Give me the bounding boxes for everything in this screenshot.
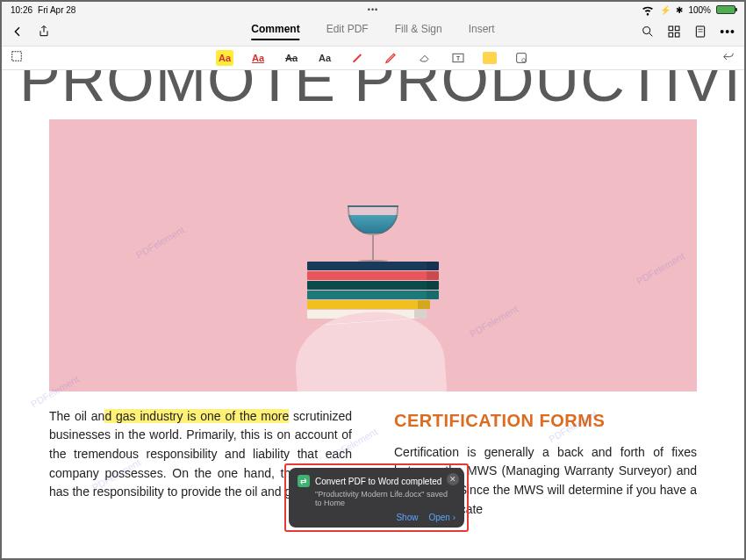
sock-illustration: [292, 307, 448, 391]
notification-title: Convert PDF to Word completed: [315, 477, 441, 486]
multitask-dots[interactable]: •••: [368, 5, 378, 14]
svg-point-10: [522, 59, 526, 62]
underline-tool[interactable]: Aa: [249, 50, 267, 66]
tab-edit-pdf[interactable]: Edit PDF: [326, 23, 369, 40]
undo-button[interactable]: [721, 49, 735, 67]
tab-insert[interactable]: Insert: [469, 23, 495, 40]
close-icon[interactable]: ✕: [447, 473, 459, 485]
svg-rect-3: [669, 32, 673, 37]
stamp-tool[interactable]: [513, 50, 530, 66]
svg-rect-9: [517, 54, 527, 63]
page-title: PROMOTE PRODUCTIVITY: [19, 70, 727, 107]
eraser-tool[interactable]: [416, 50, 434, 66]
open-button[interactable]: Open ›: [428, 513, 455, 522]
notification-subtitle: "Productivity Modern Life.docx" saved to…: [315, 490, 455, 507]
show-button[interactable]: Show: [396, 513, 418, 522]
bt-icon: ✱: [676, 5, 683, 15]
hero-image: [49, 119, 697, 391]
strikethrough-tool[interactable]: Aa: [283, 50, 300, 66]
wifi-icon: [641, 3, 655, 17]
highlight-tool[interactable]: Aa: [216, 50, 233, 66]
svg-rect-2: [676, 26, 680, 31]
tab-comment[interactable]: Comment: [251, 23, 299, 40]
svg-text:T: T: [456, 55, 460, 61]
notification-highlight: ✕ ⇄ Convert PDF to Word completed "Produ…: [284, 463, 469, 532]
more-button[interactable]: •••: [720, 25, 735, 39]
battery-pct: 100%: [688, 5, 711, 15]
svg-rect-6: [12, 52, 22, 61]
svg-rect-1: [669, 26, 673, 31]
page-view-button[interactable]: [693, 25, 707, 39]
marker-tool[interactable]: [383, 50, 400, 66]
bluetooth-icon: ⚡: [660, 5, 671, 15]
pen-tool[interactable]: [349, 50, 367, 66]
thumbnails-button[interactable]: [667, 25, 681, 39]
section-heading: CERTIFICATION FORMS: [394, 407, 697, 434]
books-illustration: [307, 262, 439, 319]
share-button[interactable]: [37, 25, 51, 39]
status-date: Fri Apr 28: [38, 5, 75, 15]
tab-fill-sign[interactable]: Fill & Sign: [395, 23, 442, 40]
convert-success-icon: ⇄: [298, 475, 310, 487]
textbox-tool[interactable]: T: [449, 50, 467, 66]
selection-tool[interactable]: [11, 50, 23, 66]
highlight-annotation[interactable]: d gas industry is: [104, 409, 200, 423]
highlight-annotation[interactable]: one of the more: [200, 409, 289, 423]
note-tool[interactable]: [483, 52, 497, 64]
top-bar: Comment Edit PDF Fill & Sign Insert •••: [2, 18, 744, 46]
svg-rect-4: [676, 32, 680, 37]
status-time: 10:26: [11, 5, 32, 15]
status-bar: 10:26 Fri Apr 28 ••• ⚡ ✱ 100%: [2, 2, 744, 18]
back-button[interactable]: [11, 25, 25, 39]
glass-illustration: [348, 205, 398, 262]
conversion-notification[interactable]: ✕ ⇄ Convert PDF to Word completed "Produ…: [289, 468, 464, 528]
battery-icon: [716, 5, 735, 14]
squiggle-tool[interactable]: Aa: [316, 50, 334, 66]
svg-point-0: [643, 27, 650, 34]
search-button[interactable]: [641, 25, 655, 39]
annotation-toolbar: Aa Aa Aa Aa T: [2, 46, 744, 70]
mode-tabs: Comment Edit PDF Fill & Sign Insert: [251, 23, 494, 40]
